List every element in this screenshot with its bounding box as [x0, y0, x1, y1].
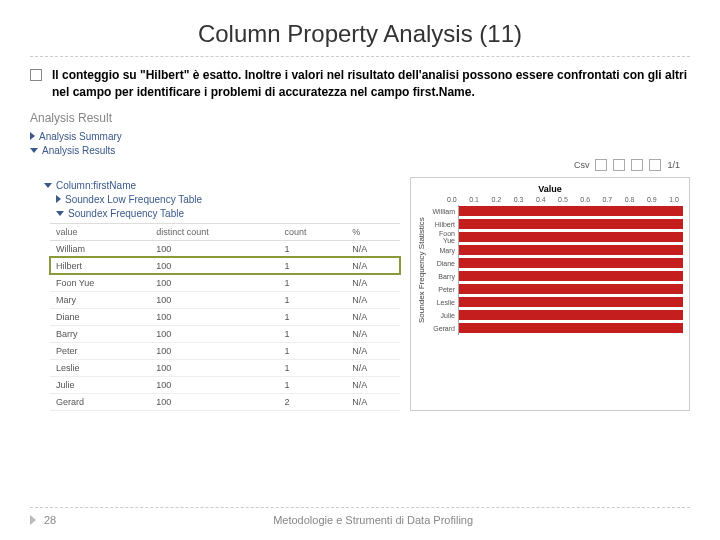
chart-category-label: Gerard [428, 325, 458, 332]
chart-bar [459, 310, 683, 320]
cell-value: Foon Yue [50, 274, 150, 291]
chart-bar [459, 323, 683, 333]
label-analysis-results: Analysis Results [42, 145, 115, 156]
table-row[interactable]: Barry1001N/A [50, 325, 400, 342]
col-distinct[interactable]: distinct count [150, 223, 278, 240]
cell-value: Barry [50, 325, 150, 342]
chart-category-label: Julie [428, 312, 458, 319]
col-count[interactable]: count [279, 223, 347, 240]
cell-value: Hilbert [50, 257, 150, 274]
export-csv-button[interactable]: Csv [574, 160, 590, 170]
frequency-table: value distinct count count % William1001… [50, 223, 400, 411]
col-pct[interactable]: % [346, 223, 400, 240]
cell-distinct: 100 [150, 393, 278, 410]
chart-category-label: Hilbert [428, 221, 458, 228]
cell-value: Gerard [50, 393, 150, 410]
last-page-icon[interactable] [649, 159, 661, 171]
header-freq[interactable]: Soundex Frequency Table [56, 208, 400, 219]
chart-category-label: Diane [428, 260, 458, 267]
cell-count: 1 [279, 308, 347, 325]
cell-distinct: 100 [150, 240, 278, 257]
cell-distinct: 100 [150, 359, 278, 376]
chart-bar-row: Peter [428, 283, 683, 296]
cell-count: 1 [279, 240, 347, 257]
cell-distinct: 100 [150, 291, 278, 308]
footer-text: Metodologie e Strumenti di Data Profilin… [56, 514, 690, 526]
cell-count: 1 [279, 257, 347, 274]
table-row[interactable]: Foon Yue1001N/A [50, 274, 400, 291]
page-title: Column Property Analysis (11) [30, 20, 690, 48]
checkbox-icon [30, 69, 42, 81]
cell-count: 1 [279, 342, 347, 359]
chart-bar [459, 258, 683, 268]
cell-count: 1 [279, 325, 347, 342]
page-indicator: 1/1 [667, 160, 680, 170]
chart-bar-row: Mary [428, 244, 683, 257]
cell-count: 2 [279, 393, 347, 410]
header-analysis-summary[interactable]: Analysis Summary [30, 131, 690, 142]
table-row[interactable]: Mary1001N/A [50, 291, 400, 308]
cell-pct: N/A [346, 393, 400, 410]
table-row[interactable]: Gerard1002N/A [50, 393, 400, 410]
chart-bar [459, 245, 683, 255]
first-page-icon[interactable] [595, 159, 607, 171]
col-value[interactable]: value [50, 223, 150, 240]
results-toolbar: Csv 1/1 [30, 159, 680, 171]
chart-category-label: Foon Yue [428, 230, 458, 244]
cell-value: Diane [50, 308, 150, 325]
chart-bar [459, 271, 683, 281]
label-freq: Soundex Frequency Table [68, 208, 184, 219]
chevron-right-icon [56, 195, 61, 203]
label-lowfreq: Soundex Low Frequency Table [65, 194, 202, 205]
chevron-down-icon [44, 183, 52, 188]
analysis-area: Analysis Summary Analysis Results Csv 1/… [30, 131, 690, 411]
chevron-down-icon [30, 148, 38, 153]
chart-bar [459, 219, 683, 229]
cell-count: 1 [279, 274, 347, 291]
chart-category-label: Mary [428, 247, 458, 254]
chart-bar-row: William [428, 205, 683, 218]
section-analysis-result: Analysis Result [30, 111, 690, 125]
header-column[interactable]: Column:firstName [44, 180, 400, 191]
header-analysis-results[interactable]: Analysis Results [30, 145, 690, 156]
cell-pct: N/A [346, 359, 400, 376]
chart-y-label: Soundex Frequency Statistics [417, 205, 426, 335]
table-row[interactable]: Diane1001N/A [50, 308, 400, 325]
prev-page-icon[interactable] [613, 159, 625, 171]
chevron-down-icon [56, 211, 64, 216]
table-row[interactable]: Peter1001N/A [50, 342, 400, 359]
cell-pct: N/A [346, 257, 400, 274]
cell-distinct: 100 [150, 376, 278, 393]
bullet-text: Il conteggio su "Hilbert" è esatto. Inol… [52, 67, 690, 101]
cell-value: Leslie [50, 359, 150, 376]
cell-pct: N/A [346, 376, 400, 393]
table-row[interactable]: Julie1001N/A [50, 376, 400, 393]
chart-panel: Value 0.00.10.20.30.40.50.60.70.80.91.0 … [410, 177, 690, 411]
chart-bar [459, 284, 683, 294]
chart-bar-row: Hilbert [428, 218, 683, 231]
chart-category-label: Barry [428, 273, 458, 280]
chart-bar [459, 297, 683, 307]
cell-distinct: 100 [150, 257, 278, 274]
label-column: Column:firstName [56, 180, 136, 191]
table-row[interactable]: Hilbert1001N/A [50, 257, 400, 274]
next-page-icon[interactable] [631, 159, 643, 171]
footer-divider [30, 507, 690, 508]
table-row[interactable]: William1001N/A [50, 240, 400, 257]
chart-category-label: Leslie [428, 299, 458, 306]
table-row[interactable]: Leslie1001N/A [50, 359, 400, 376]
label-analysis-summary: Analysis Summary [39, 131, 122, 142]
page-number: 28 [44, 514, 56, 526]
chart-category-label: William [428, 208, 458, 215]
cell-pct: N/A [346, 274, 400, 291]
cell-pct: N/A [346, 325, 400, 342]
footer: 28 Metodologie e Strumenti di Data Profi… [30, 507, 690, 526]
bullet-item: Il conteggio su "Hilbert" è esatto. Inol… [30, 67, 690, 101]
chart-bar-row: Barry [428, 270, 683, 283]
divider [30, 56, 690, 57]
header-lowfreq[interactable]: Soundex Low Frequency Table [56, 194, 400, 205]
chart-x-axis: 0.00.10.20.30.40.50.60.70.80.91.0 [417, 196, 683, 205]
cell-value: Peter [50, 342, 150, 359]
chevron-right-icon [30, 132, 35, 140]
cell-pct: N/A [346, 240, 400, 257]
